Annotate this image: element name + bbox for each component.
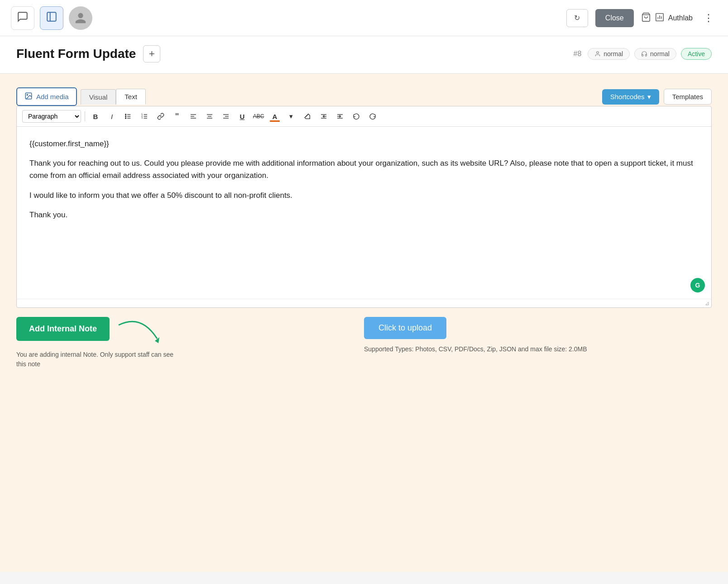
shop-icon [641,12,651,24]
ticket-title-area: Fluent Form Update + [16,45,160,62]
content-line-2: Thank you for reaching out to us. Could … [29,157,699,182]
ticket-title: Fluent Form Update [16,47,136,61]
templates-button[interactable]: Templates [664,89,712,105]
svg-line-31 [306,115,308,117]
add-media-button[interactable]: Add media [16,87,77,106]
svg-point-9 [27,94,28,95]
bottom-left: Add Internal Note You are adding interna… [16,317,329,369]
ticket-meta: #8 normal normal Active [573,48,712,60]
priority-badge: normal [588,48,630,60]
redo-button[interactable] [366,110,379,123]
align-left-button[interactable] [187,110,200,123]
editor-body[interactable]: {{customer.first_name}} Thank you for re… [17,127,711,299]
bottom-right: Click to upload Supported Types: Photos,… [364,317,712,354]
upload-info: Supported Types: Photos, CSV, PDF/Docs, … [364,345,712,354]
refresh-button[interactable]: ↻ [566,9,588,27]
chat-icon [17,11,29,25]
resize-handle[interactable]: ⊿ [17,299,711,307]
arrow-indicator [114,318,164,345]
editor-toolbar: Paragraph B I 1.2.3. " [17,106,711,127]
shortcodes-button[interactable]: Shortcodes ▾ [602,89,659,105]
editor-container: Add media Visual Text Shortcodes ▾ Templ… [16,87,712,369]
editor-top-left: Add media Visual Text [16,87,146,106]
content-line-3: I would like to inform you that we offer… [29,189,699,201]
indent-button[interactable] [317,110,330,123]
paragraph-select[interactable]: Paragraph [22,110,81,123]
brand-name: Authlab [668,14,693,22]
bold-button[interactable]: B [89,110,102,123]
content-line-1: {{customer.first_name}} [29,138,699,150]
grammarly-icon: G [690,278,705,292]
upload-button[interactable]: Click to upload [364,317,446,339]
svg-point-7 [597,52,599,54]
close-button[interactable]: Close [595,9,634,27]
svg-point-14 [125,116,126,117]
status-badge: Active [681,48,712,60]
editor-top-right: Shortcodes ▾ Templates [602,89,712,105]
add-internal-note-button[interactable]: Add Internal Note [16,317,110,341]
undo-button[interactable] [350,110,363,123]
ticket-number: #8 [573,50,581,58]
person-icon [594,51,601,57]
sidebar-icon [46,11,57,25]
underline-button[interactable]: U [235,110,249,123]
text-color-button[interactable]: A [268,110,282,123]
align-center-button[interactable] [203,110,216,123]
unordered-list-button[interactable] [121,110,135,123]
eraser-button[interactable] [301,110,314,123]
brand-reports-icon [655,12,665,24]
chevron-down-icon: ▾ [647,93,651,101]
link-button[interactable] [154,110,168,123]
type-badge: normal [634,48,676,60]
tab-visual[interactable]: Visual [81,89,116,105]
italic-button[interactable]: I [105,110,119,123]
svg-point-13 [125,114,126,115]
refresh-icon: ↻ [574,14,580,22]
internal-note-info: You are adding internal Note. Only suppo… [16,350,179,369]
bottom-actions: Add Internal Note You are adding interna… [16,317,712,369]
main-content: Add media Visual Text Shortcodes ▾ Templ… [0,74,728,572]
add-button[interactable]: + [143,45,160,62]
nav-left [11,6,92,30]
avatar [69,6,92,30]
nav-right: ↻ Close Authlab ⋮ [566,9,717,27]
top-nav: ↻ Close Authlab ⋮ [0,0,728,36]
editor-top-bar: Add media Visual Text Shortcodes ▾ Templ… [16,87,712,106]
svg-point-15 [125,118,126,119]
tab-text[interactable]: Text [116,89,146,105]
brand-area: Authlab [641,12,693,24]
media-icon [24,92,33,101]
toolbar-separator-1 [85,111,85,121]
strikethrough-button[interactable]: ABC [252,110,265,123]
quote-button[interactable]: " [170,110,184,123]
color-dropdown-button[interactable]: ▾ [284,110,298,123]
ticket-header: Fluent Form Update + #8 normal normal Ac… [0,36,728,74]
chat-button[interactable] [11,6,34,30]
svg-text:3.: 3. [141,117,143,119]
align-right-button[interactable] [219,110,233,123]
content-line-4: Thank you. [29,209,699,221]
outdent-button[interactable] [333,110,347,123]
headset-icon [641,51,647,57]
ordered-list-button[interactable]: 1.2.3. [138,110,151,123]
more-menu-button[interactable]: ⋮ [700,10,717,26]
sidebar-button[interactable] [40,6,63,30]
svg-rect-0 [47,12,56,21]
editor-wrapper: Paragraph B I 1.2.3. " [16,106,712,308]
